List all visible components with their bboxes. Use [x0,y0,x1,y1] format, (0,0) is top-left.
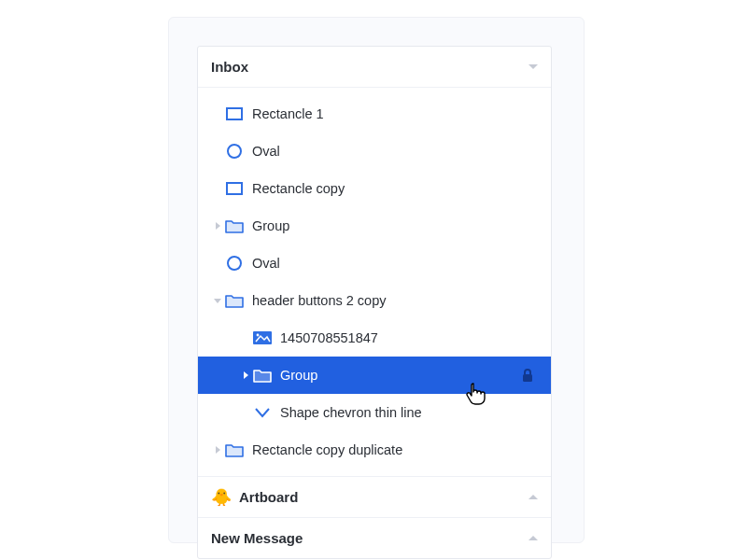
outer-panel: Inbox Rectancle 1OvalRectancle copyGroup… [168,17,585,543]
section-title: Inbox [211,59,248,75]
layer-row[interactable]: Oval [198,133,551,170]
layer-label: Rectancle 1 [252,106,324,121]
chevron-down-icon [529,64,538,69]
layer-label: header buttons 2 copy [252,293,387,308]
layer-row[interactable]: Rectancle copy [198,170,551,207]
layer-label: Oval [252,144,280,159]
section-inbox[interactable]: Inbox [198,47,551,88]
layer-row[interactable]: Group [198,357,551,394]
disclosure-toggle[interactable] [211,222,224,230]
oval-icon [224,143,245,160]
layer-row[interactable]: Shape chevron thin line [198,394,551,431]
folder-icon [252,368,273,383]
lock-icon[interactable] [521,368,534,383]
layer-label: Rectancle copy [252,181,345,196]
layer-row[interactable]: Oval [198,245,551,282]
chick-icon: 🐥 [211,489,232,506]
layer-label: Group [280,368,317,383]
folder-icon [224,218,245,233]
layer-label: 1450708551847 [280,330,378,345]
chevron-right-icon [244,371,248,379]
svg-rect-0 [227,108,242,119]
section-title: Artboard [239,489,298,505]
rectangle-icon [224,107,245,120]
layer-row[interactable]: Rectancle 1 [198,95,551,133]
layer-tree: Rectancle 1OvalRectancle copyGroupOvalhe… [198,88,551,476]
layer-label: Group [252,218,289,233]
layer-label: Shape chevron thin line [280,405,422,420]
layer-label: Oval [252,256,280,271]
layer-row[interactable]: 1450708551847 [198,319,551,357]
image-icon [252,331,273,344]
chevron-icon [252,407,273,418]
chevron-right-icon [216,446,220,454]
chevron-up-icon [529,536,538,540]
section-new-message[interactable]: New Message [198,517,551,558]
svg-point-5 [257,334,260,337]
layer-row[interactable]: Group [198,207,551,245]
layers-panel: Inbox Rectancle 1OvalRectancle copyGroup… [197,46,552,559]
section-title: New Message [211,530,303,546]
rectangle-icon [224,182,245,195]
folder-icon [224,442,245,457]
chevron-down-icon [214,299,221,303]
layer-label: Rectancle copy duplicate [252,442,402,457]
svg-rect-6 [523,374,532,382]
chevron-right-icon [216,222,220,230]
layer-row[interactable]: header buttons 2 copy [198,282,551,319]
section-artboard[interactable]: 🐥 Artboard [198,476,551,517]
svg-point-1 [228,145,241,158]
disclosure-toggle[interactable] [211,299,224,303]
disclosure-toggle[interactable] [211,446,224,454]
folder-icon [224,293,245,308]
oval-icon [224,255,245,272]
disclosure-toggle[interactable] [239,371,252,379]
chevron-up-icon [529,495,538,499]
svg-rect-2 [227,183,242,194]
svg-point-3 [228,257,241,270]
layer-row[interactable]: Rectancle copy duplicate [198,431,551,469]
